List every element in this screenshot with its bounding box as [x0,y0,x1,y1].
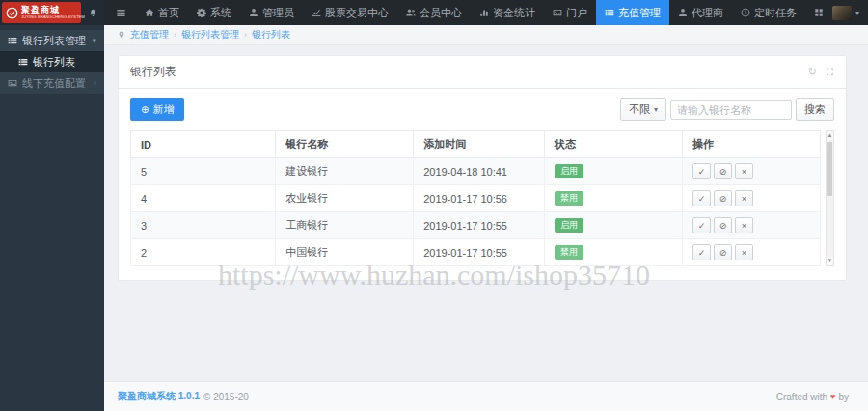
grid-icon [814,8,824,17]
disable-button[interactable]: ⊘ [714,217,732,233]
map-pin-icon [118,31,125,39]
topnav-item[interactable]: 会员中心 [397,0,471,25]
status-badge: 禁用 [555,245,583,260]
sidebar: 聚盈商城 JUYING SHANGCHENG SYSTEM 银行列表管理▾银行列… [0,0,104,411]
cell-add-time: 2019-01-17 10:55 [414,239,545,266]
topnav-item-grid[interactable] [805,0,832,25]
topbar-right: ▾ [832,6,868,20]
footer: 聚盈商城系统 1.0.1 © 2015-20 Crafted with ♥ by [104,381,868,411]
table-row: 4农业银行2019-01-17 10:56禁用✓⊘× [131,185,821,212]
gear-icon [197,8,206,17]
sidebar-menu: 银行列表管理▾银行列表线下充值配置‹ [0,25,104,94]
scroll-down-arrow[interactable]: ▼ [827,257,833,265]
breadcrumb-link[interactable]: 银行列表管理 [181,28,239,41]
topnav-item[interactable]: 资金统计 [471,0,544,25]
topnav-item[interactable]: 充值管理 [596,0,669,25]
disable-button[interactable]: ⊘ [714,190,732,206]
app-window: 聚盈商城 JUYING SHANGCHENG SYSTEM 银行列表管理▾银行列… [0,0,868,411]
topnav-item[interactable]: 股票交易中心 [303,0,397,25]
panel-body: ⊕ 新增 不限 ▾ 搜索 [119,89,846,280]
sidebar-subitem[interactable]: 银行列表 [0,51,104,72]
breadcrumb-link[interactable]: 充值管理 [130,28,169,41]
enable-button[interactable]: ✓ [692,163,711,179]
fullscreen-icon[interactable] [826,68,834,76]
enable-button[interactable]: ✓ [692,244,711,260]
disable-button[interactable]: ⊘ [714,244,732,260]
disable-button[interactable]: ⊘ [714,163,732,179]
enable-button[interactable]: ✓ [692,217,711,233]
user-icon [678,8,688,17]
delete-button[interactable]: × [735,190,753,206]
brand-logo[interactable]: 聚盈商城 JUYING SHANGCHENG SYSTEM [2,2,81,23]
bank-table: ID银行名称添加时间状态操作 5建设银行2019-04-18 10:41启用✓⊘… [130,130,821,266]
cell-bank-name: 工商银行 [276,212,414,239]
sidebar-item[interactable]: 线下充值配置‹ [0,72,104,94]
delete-button[interactable]: × [735,163,753,179]
table-header-cell: ID [131,131,276,158]
brand-subtitle: JUYING SHANGCHENG SYSTEM [21,14,85,18]
sidebar-toggle-icon[interactable] [104,8,136,18]
search-input[interactable] [670,100,792,120]
cell-id: 4 [131,185,276,212]
topnav-item[interactable]: 定时任务 [732,0,805,25]
caret-down-icon: ▾ [654,105,658,114]
chart-icon [312,8,321,17]
clock-icon [741,8,750,17]
table-row: 2中国银行2019-01-17 10:55禁用✓⊘× [131,239,821,266]
cell-add-time: 2019-01-17 10:56 [414,185,545,212]
add-button[interactable]: ⊕ 新增 [130,98,184,121]
enable-button[interactable]: ✓ [692,190,711,206]
list-icon [605,8,614,17]
brand-logo-icon [6,7,18,19]
content-area: 银行列表 ↻ ⊕ 新增 不限 [104,45,868,381]
list-icon [18,57,28,67]
brand-area: 聚盈商城 JUYING SHANGCHENG SYSTEM [0,0,104,25]
status-badge: 启用 [555,164,583,178]
scrollbar-thumb[interactable] [827,142,832,196]
table-toolbar: ⊕ 新增 不限 ▾ 搜索 [130,98,834,121]
refresh-icon[interactable]: ↻ [808,67,817,77]
plus-icon: ⊕ [141,105,149,115]
cell-id: 2 [131,239,276,266]
topnav: 首页系统管理员股票交易中心会员中心资金统计门户充值管理代理商定时任务 [136,0,832,25]
image-icon [8,78,17,88]
home-icon [145,8,154,17]
users-icon [406,8,416,17]
cell-id: 3 [131,212,276,239]
panel-title: 银行列表 [130,64,176,80]
delete-button[interactable]: × [735,217,753,233]
topnav-item[interactable]: 代理商 [669,0,732,25]
chevron-icon: ▾ [92,36,96,45]
breadcrumb: 充值管理›银行列表管理›银行列表 [104,25,868,45]
table-row: 5建设银行2019-04-18 10:41启用✓⊘× [131,158,821,185]
table-container: ID银行名称添加时间状态操作 5建设银行2019-04-18 10:41启用✓⊘… [130,130,834,266]
chevron-icon: ‹ [94,78,96,88]
table-scrollbar[interactable]: ▲ ▼ [826,130,834,266]
delete-button[interactable]: × [735,244,753,260]
user-menu[interactable]: ▾ [832,6,859,20]
cell-add-time: 2019-04-18 10:41 [414,158,545,185]
heart-icon: ♥ [830,392,835,401]
table-header-cell: 银行名称 [276,131,414,158]
sidebar-item[interactable]: 银行列表管理▾ [0,30,104,51]
footer-brand-link[interactable]: 聚盈商城系统 1.0.1 [118,390,200,403]
cell-bank-name: 农业银行 [276,185,414,212]
bank-list-panel: 银行列表 ↻ ⊕ 新增 不限 [118,55,847,281]
image-icon [553,8,562,17]
topnav-item[interactable]: 管理员 [240,0,303,25]
topnav-item[interactable]: 首页 [136,0,188,25]
cell-bank-name: 中国银行 [276,239,414,266]
search-button[interactable]: 搜索 [796,98,834,121]
scroll-up-arrow[interactable]: ▲ [827,131,833,140]
status-badge: 启用 [555,218,583,233]
cell-bank-name: 建设银行 [276,158,414,185]
table-header-cell: 操作 [682,131,820,158]
topnav-item[interactable]: 门户 [544,0,596,25]
cell-id: 5 [131,158,276,185]
avatar [832,6,852,20]
status-filter-dropdown[interactable]: 不限 ▾ [620,98,666,121]
list-icon [8,36,17,45]
topnav-item[interactable]: 系统 [188,0,240,25]
breadcrumb-link[interactable]: 银行列表 [252,28,290,41]
topbar: 首页系统管理员股票交易中心会员中心资金统计门户充值管理代理商定时任务 ▾ [104,0,868,25]
